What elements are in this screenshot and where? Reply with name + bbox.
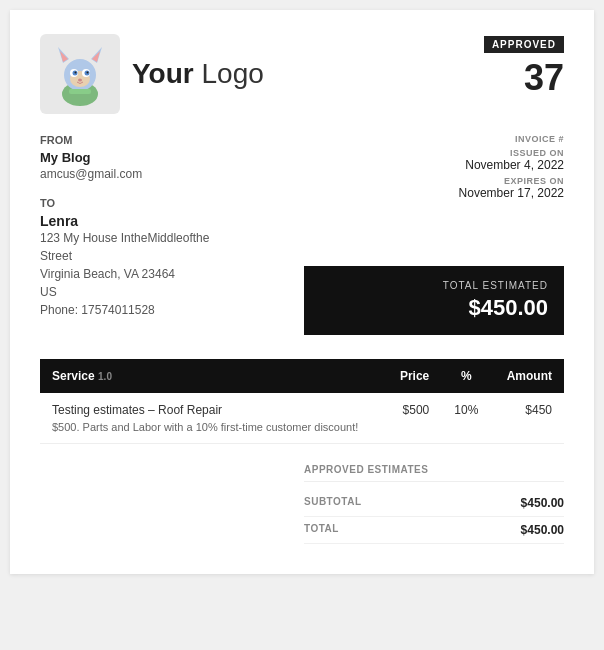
info-section: From My Blog amcus@gmail.com To Lenra 12… xyxy=(40,134,564,335)
subtotal-label: SUBTOTAL xyxy=(304,496,362,510)
svg-rect-14 xyxy=(69,89,91,94)
service-desc: $500. Parts and Labor with a 10% first-t… xyxy=(52,421,373,433)
invoice-number-key: INVOICE # xyxy=(304,134,564,144)
percent-cell: 10% xyxy=(441,393,491,444)
to-section: To Lenra 123 My House IntheMiddleofthe S… xyxy=(40,197,284,319)
expires-row: EXPIRES ON November 17, 2022 xyxy=(304,176,564,200)
service-label: Service xyxy=(52,369,95,383)
expires-date: November 17, 2022 xyxy=(304,186,564,200)
summary-header: APPROVED ESTIMATES xyxy=(304,464,564,482)
amount-cell: $450 xyxy=(491,393,564,444)
from-label: From xyxy=(40,134,284,146)
to-address2: Street xyxy=(40,247,284,265)
total-banner-value: $450.00 xyxy=(320,295,548,321)
to-phone: Phone: 17574011528 xyxy=(40,301,284,319)
logo-normal: Logo xyxy=(194,58,264,89)
logo-image xyxy=(40,34,120,114)
left-col: From My Blog amcus@gmail.com To Lenra 12… xyxy=(40,134,284,335)
issued-date: November 4, 2022 xyxy=(304,158,564,172)
issued-row: ISSUED ON November 4, 2022 xyxy=(304,148,564,172)
total-banner-label: TOTAL ESTIMATED xyxy=(320,280,548,291)
invoice-container: Your Logo APPROVED 37 From My Blog amcus… xyxy=(10,10,594,574)
to-name: Lenra xyxy=(40,213,284,229)
right-col: INVOICE # ISSUED ON November 4, 2022 EXP… xyxy=(304,134,564,335)
service-name: Testing estimates – Roof Repair xyxy=(52,403,373,417)
from-name: My Blog xyxy=(40,150,284,165)
services-table: Service 1.0 Price % Amount Testing estim… xyxy=(40,359,564,444)
price-cell: $500 xyxy=(385,393,441,444)
invoice-header: Your Logo APPROVED 37 xyxy=(40,34,564,114)
approved-label: APPROVED xyxy=(484,36,564,53)
svg-point-11 xyxy=(75,72,77,74)
total-label: TOTAL xyxy=(304,523,339,537)
to-country: US xyxy=(40,283,284,301)
logo-area: Your Logo xyxy=(40,34,264,114)
issued-key: ISSUED ON xyxy=(304,148,564,158)
summary-section: APPROVED ESTIMATES SUBTOTAL $450.00 TOTA… xyxy=(304,464,564,544)
invoice-meta: INVOICE # ISSUED ON November 4, 2022 EXP… xyxy=(304,134,564,204)
col-service: Service 1.0 xyxy=(40,359,385,393)
to-city-state: Virginia Beach, VA 23464 xyxy=(40,265,284,283)
logo-bold: Your xyxy=(132,58,194,89)
col-percent: % xyxy=(441,359,491,393)
approved-badge: APPROVED 37 xyxy=(484,34,564,99)
svg-point-12 xyxy=(87,72,89,74)
logo-text: Your Logo xyxy=(132,58,264,90)
total-value: $450.00 xyxy=(521,523,564,537)
subtotal-value: $450.00 xyxy=(521,496,564,510)
service-version: 1.0 xyxy=(98,371,112,382)
subtotal-row: SUBTOTAL $450.00 xyxy=(304,490,564,517)
from-section: From My Blog amcus@gmail.com xyxy=(40,134,284,181)
col-amount: Amount xyxy=(491,359,564,393)
total-banner: TOTAL ESTIMATED $450.00 xyxy=(304,266,564,335)
svg-point-13 xyxy=(78,79,82,82)
expires-key: EXPIRES ON xyxy=(304,176,564,186)
service-cell: Testing estimates – Roof Repair $500. Pa… xyxy=(40,393,385,444)
invoice-number-row: INVOICE # xyxy=(304,134,564,144)
to-label: To xyxy=(40,197,284,209)
table-header-row: Service 1.0 Price % Amount xyxy=(40,359,564,393)
invoice-number: 37 xyxy=(484,57,564,99)
table-row: Testing estimates – Roof Repair $500. Pa… xyxy=(40,393,564,444)
to-address1: 123 My House IntheMiddleofthe xyxy=(40,229,284,247)
total-row: TOTAL $450.00 xyxy=(304,517,564,544)
from-email: amcus@gmail.com xyxy=(40,167,284,181)
col-price: Price xyxy=(385,359,441,393)
